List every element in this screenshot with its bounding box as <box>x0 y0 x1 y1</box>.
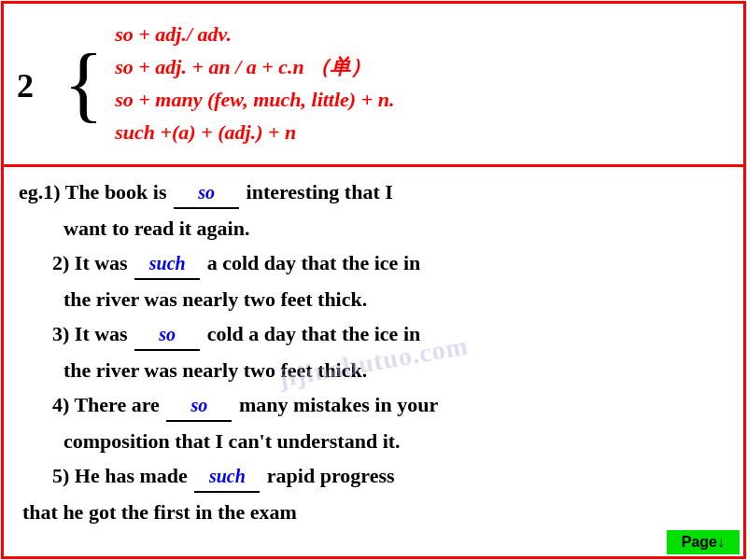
eg5-blank: such <box>194 460 260 493</box>
eg3-text-before: It was <box>75 322 133 345</box>
content-area: jijinabutuo.com eg.1) The book is so int… <box>4 167 743 556</box>
rule-3: so + many (few, much, little) + n. <box>115 86 394 115</box>
rule-1: so + adj./ adv. <box>115 21 394 49</box>
grammar-box: 2 { so + adj./ adv. so + adj. + an / a +… <box>4 4 743 167</box>
example-4-cont: composition that I can't understand it. <box>19 426 728 456</box>
eg4-text-before: There are <box>74 393 164 416</box>
eg4-text-after: many mistakes in your <box>233 393 438 416</box>
rule-number: 2 <box>17 13 63 155</box>
rule-4: such +(a) + (adj.) + n <box>115 119 394 147</box>
example-label-3: 3) <box>52 322 75 345</box>
example-1-cont: want to read it again. <box>19 213 728 244</box>
example-4: 4) There are so many mistakes in your <box>19 389 728 422</box>
eg5-fill: such <box>209 466 246 486</box>
eg4-blank: so <box>166 389 232 422</box>
eg2-fill: such <box>149 253 186 273</box>
eg1-text-after: interesting that I <box>241 180 393 203</box>
example-label-2: 2) <box>52 251 75 274</box>
eg4-fill: so <box>190 395 207 415</box>
eg3-text-after: cold a day that the ice in <box>202 322 420 345</box>
main-container: 2 { so + adj./ adv. so + adj. + an / a +… <box>1 1 746 559</box>
eg3-blank: so <box>134 318 200 351</box>
rules-list: so + adj./ adv. so + adj. + an / a + c.n… <box>111 13 394 155</box>
example-2-cont: the river was nearly two feet thick. <box>19 284 728 315</box>
example-label-5: 5) <box>52 464 75 487</box>
eg1-text-before: The book is <box>65 180 172 203</box>
example-5: 5) He has made such rapid progress <box>19 460 728 493</box>
example-label-4: 4) <box>52 393 74 416</box>
rule-2: so + adj. + an / a + c.n （单） <box>115 53 394 82</box>
example-label-1: eg.1) <box>19 180 65 203</box>
example-3: 3) It was so cold a day that the ice in <box>19 318 728 351</box>
example-1: eg.1) The book is so interesting that I <box>19 176 728 209</box>
eg3-fill: so <box>159 324 176 344</box>
eg1-blank: so <box>174 176 239 209</box>
eg2-text-after: a cold day that the ice in <box>202 251 420 274</box>
eg2-text-before: It was <box>75 251 133 274</box>
eg5-text-before: He has made <box>75 464 193 487</box>
eg1-fill: so <box>198 182 215 203</box>
eg5-text-after: rapid progress <box>261 464 394 487</box>
brace-symbol: { <box>63 13 104 155</box>
example-2: 2) It was such a cold day that the ice i… <box>19 247 728 280</box>
next-button[interactable]: Page↓ <box>667 530 740 554</box>
eg2-blank: such <box>134 247 200 280</box>
example-3-cont: the river was nearly two feet thick. <box>19 355 728 385</box>
example-5-cont: that he got the first in the exam <box>19 497 728 527</box>
